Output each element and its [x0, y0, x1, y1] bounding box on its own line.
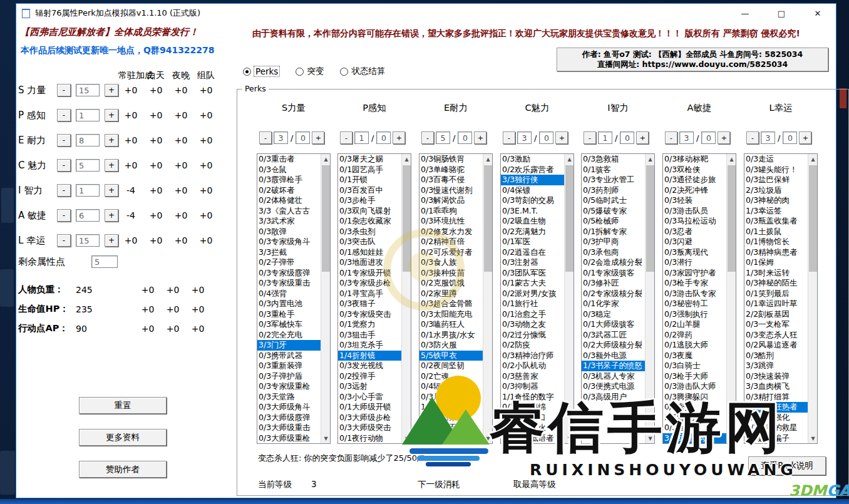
perk-list-item[interactable]: 1/1乐福派 [419, 402, 492, 413]
perk-list-item[interactable]: 0/3便携式电源 [582, 381, 654, 392]
perk-used-field[interactable]: 3 [517, 131, 532, 144]
perk-list-item[interactable]: 0/3重击者 [257, 154, 330, 165]
perk-list-item[interactable]: 0/3精神病患者 [744, 247, 817, 258]
perk-list[interactable]: 0/3铜肠铁胃0/3单峰骆驼0/3百毒不侵0/3慢速代谢剂0/3解渴饮品0/1乖… [419, 153, 493, 444]
perk-list-item[interactable]: 0/3承包商 [582, 247, 654, 258]
perk-list-item[interactable]: 3/3门牙 [257, 340, 330, 351]
perk-list-item[interactable]: 0/4保镖 [501, 185, 574, 196]
perk-list-item[interactable]: 0/3动物之友 [501, 319, 574, 330]
perk-list-item[interactable]: 0/3秘密特工 [663, 299, 736, 309]
perk-list-item[interactable]: 0/3仓鼠 [257, 165, 330, 175]
scroll-up-icon[interactable]: ▲ [808, 154, 818, 164]
perk-list-item[interactable]: 0/2完全充电 [257, 330, 330, 341]
perk-minus-button[interactable]: - [665, 131, 677, 144]
perk-list-item[interactable]: 0/3杀虫剂 [338, 227, 411, 237]
perk-list-item[interactable]: 0/3移动标靶 [663, 154, 736, 165]
perk-list-item[interactable]: 0/3通径徒步旅 [663, 175, 736, 185]
perk-list-item[interactable]: 0/3闪避 [663, 237, 736, 247]
perk-list-item[interactable]: 3/3血肉横飞 [744, 381, 817, 392]
perk-list-item[interactable]: 0/2亡魂 [419, 371, 492, 382]
perk-list-item[interactable]: 0/1逃脱大师 [663, 340, 736, 351]
perk-list-item[interactable]: 0/3大师级霰弹 [257, 413, 330, 423]
perk-list-item[interactable]: 0/3大师级步枪 [338, 413, 411, 423]
perk-list-item[interactable]: 0/3药剂师 [582, 185, 654, 196]
perk-list-item[interactable]: 0/3小心手雷 [338, 392, 411, 403]
perk-list-item[interactable]: 3/3独行侠 [501, 175, 574, 185]
perk-list-item[interactable]: 3/3跳弹 [744, 361, 817, 371]
perk-minus-button[interactable]: - [421, 131, 434, 144]
perk-list-item[interactable]: 0/3快速装弹 [744, 371, 817, 382]
tab-突变[interactable]: 突变 [296, 66, 324, 77]
perk-list-item[interactable]: 0/3潜行 [663, 257, 736, 268]
scroll-down-icon[interactable]: ▼ [565, 433, 574, 443]
perk-list-item[interactable]: 0/1化学家 [582, 299, 654, 309]
perk-list-item[interactable]: 0/3专家级角斗 [257, 237, 330, 247]
perk-list-item[interactable]: 0/2投弹手 [338, 371, 411, 382]
perk-list-item[interactable]: 0/2决死冲锋 [663, 185, 736, 196]
reset-button[interactable]: 重置 [79, 397, 167, 414]
perk-used-field[interactable]: 1 [354, 131, 369, 144]
perk-list-item[interactable]: 0/3高级用户 [582, 392, 654, 403]
attribute-value-field[interactable]: 5 [76, 159, 100, 172]
perk-list-item[interactable]: 0/2防疫 [501, 340, 574, 351]
perk-list-item[interactable]: 0/3环境抗性 [419, 216, 492, 227]
perk-plus-button[interactable]: + [555, 131, 568, 144]
perk-list-item[interactable]: 0/5枪械师 [582, 216, 654, 227]
perk-list[interactable]: 0/3走运0/3罐头能行！0/3盐巴保鲜2/3垃圾盾0/3神秘的肉1/3幸运签0… [744, 153, 818, 444]
attribute-value-field[interactable]: 1 [76, 184, 100, 197]
perk-list-item[interactable]: 0/3内置电池 [257, 299, 330, 309]
perk-list-item[interactable]: 5/5铁甲衣 [419, 351, 492, 361]
perk-list-item[interactable]: 0/1缝合伤口 [501, 413, 574, 423]
attribute-minus-button[interactable]: - [57, 84, 71, 96]
perk-list-item[interactable]: 0/3武器工匠 [582, 330, 654, 341]
perk-list-item[interactable]: 0/2破坏者 [257, 185, 330, 196]
perk-list-item[interactable]: 0/3散弹 [257, 227, 330, 237]
perk-extra-field[interactable]: 0 [701, 131, 716, 144]
perk-list-item[interactable]: 0/3嗑药狂人 [419, 319, 492, 330]
perk-list-item[interactable]: 0/3双向飞碟射 [338, 206, 411, 217]
perk-list-item[interactable]: 0/3枪手大师 [663, 371, 736, 382]
perk-list-item[interactable]: 1/3书呆子的愤怒 [582, 361, 654, 371]
perk-list-item[interactable]: 1/4折射镜 [338, 351, 411, 361]
view-perk-info-button[interactable]: 查看Perk说明 [748, 456, 826, 475]
perk-list-item[interactable]: 0/1乖乖狗 [419, 206, 492, 217]
perk-list-item[interactable]: 0/3专业水管工 [582, 175, 654, 185]
scroll-down-icon[interactable]: ▼ [727, 433, 736, 443]
scroll-down-icon[interactable]: ▼ [402, 433, 411, 443]
perk-list-item[interactable]: 0/2小队机动 [501, 361, 574, 371]
perk-list-item[interactable]: 0/3百发百中 [338, 185, 411, 196]
perk-list-item[interactable]: 0/1幸运四叶草 [744, 299, 817, 309]
perk-list-item[interactable]: 0/3慈善家 [501, 371, 574, 382]
scroll-thumb[interactable] [403, 165, 411, 272]
perk-plus-button[interactable]: + [312, 131, 324, 144]
perk-list-item[interactable]: 0/3重新装弹 [257, 361, 330, 371]
perk-list-item[interactable]: 0/1感知娃娃 [338, 247, 411, 258]
perk-list-item[interactable]: 0/5爆破专家 [582, 206, 654, 217]
scroll-down-icon[interactable]: ▼ [646, 433, 655, 443]
perk-list-item[interactable]: 0/2逍遥自在 [501, 247, 574, 258]
perk-list-item[interactable]: 0/1觉察力 [338, 319, 411, 330]
perk-plus-button[interactable]: + [718, 131, 730, 144]
perk-used-field[interactable]: 5 [436, 131, 450, 144]
perk-list-item[interactable]: 0/3稳定 [582, 309, 654, 320]
perk-list-item[interactable]: 0/3瓶盖收集者 [744, 216, 817, 227]
perk-list-item[interactable]: 0/2夜间坚韧 [419, 361, 492, 371]
perk-list-item[interactable]: 0/3大师级重枪 [257, 433, 330, 444]
scroll-thumb[interactable] [322, 165, 330, 272]
perk-list-item[interactable]: 0/3铜肠铁胃 [419, 154, 492, 165]
attribute-value-field[interactable]: 15 [76, 84, 100, 96]
scroll-down-icon[interactable]: ▼ [483, 433, 493, 443]
scroll-thumb[interactable] [728, 165, 736, 272]
perk-list-item[interactable]: 0/3专家级霰弹 [257, 268, 330, 279]
perk-used-field[interactable]: 1 [598, 131, 612, 144]
perk-list-item[interactable]: 0/3修补匠 [582, 278, 654, 289]
perk-minus-button[interactable]: - [503, 131, 515, 144]
perk-list-item[interactable]: 0/1夜行动物 [338, 433, 411, 444]
attribute-plus-button[interactable]: + [105, 109, 118, 121]
perk-list-item[interactable]: 0/1专家级开锁 [338, 268, 411, 279]
perk-list-item[interactable]: 0/3大师级重击 [257, 423, 330, 433]
perk-list-item[interactable]: 0/1蒙古大夫 [501, 278, 574, 289]
perk-list-item[interactable]: 0/3军械快车 [257, 319, 330, 330]
perk-list-item[interactable]: 0/3游击队大师 [663, 381, 736, 392]
perk-list-item[interactable]: 0/3地面进攻 [338, 257, 411, 268]
